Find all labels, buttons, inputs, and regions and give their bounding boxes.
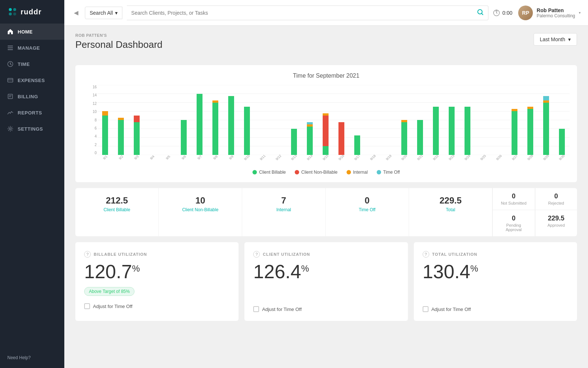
sidebar-item-home[interactable]: HOME	[0, 24, 64, 40]
sidebar-item-settings[interactable]: SETTINGS	[0, 121, 64, 137]
bar-segment	[354, 135, 360, 155]
client-help-icon[interactable]: ?	[253, 251, 260, 258]
manage-icon	[7, 45, 13, 51]
search-input[interactable]	[127, 7, 473, 19]
x-label-4: 9/5	[160, 156, 176, 159]
need-help-link[interactable]: Need Help?	[7, 355, 31, 360]
collapse-button[interactable]: ◀	[72, 8, 80, 17]
search-type-label: Search All	[90, 10, 113, 16]
bar-stack-8	[228, 85, 234, 155]
total-help-icon[interactable]: ?	[423, 251, 429, 258]
total-util-label: TOTAL UTILIZATION	[432, 252, 477, 256]
header-right: 0:00 RP Rob Patten Palermo Consulting ▾	[493, 6, 581, 20]
bar-group-8	[223, 85, 239, 155]
stat-client-billable: 212.5 Client Billable	[75, 188, 159, 236]
bar-segment	[212, 103, 218, 155]
bar-group-14	[318, 85, 333, 155]
x-label-9: 9/10	[239, 156, 255, 159]
total-adjust-label: Adjust for Time Off	[431, 307, 471, 312]
bar-segment	[291, 129, 297, 155]
legend-dot-timeoff	[377, 170, 381, 174]
user-menu[interactable]: RP Rob Patten Palermo Consulting ▾	[518, 6, 581, 20]
bar-segment	[449, 107, 455, 155]
bar-group-16	[349, 85, 365, 155]
bar-segment	[118, 120, 124, 155]
legend-dot-billable	[252, 170, 257, 174]
timer-icon	[493, 9, 500, 17]
y-axis: 16 14 12 10 8 6 4 2 0	[83, 85, 97, 155]
billable-utilization-card: ? BILLABLE UTILIZATION 120.7% Above Targ…	[75, 242, 239, 321]
bar-group-0	[97, 85, 113, 155]
billable-util-label: BILLABLE UTILIZATION	[94, 252, 147, 256]
settings-icon	[7, 126, 13, 132]
svg-rect-4	[8, 46, 13, 46]
bar-group-1	[113, 85, 129, 155]
sidebar-item-manage-label: MANAGE	[18, 45, 40, 51]
total-util-header: ? TOTAL UTILIZATION	[423, 251, 568, 258]
x-label-18: 9/19	[381, 156, 396, 159]
x-label-2: 9/3	[129, 156, 144, 159]
search-type-dropdown[interactable]: Search All ▾	[85, 7, 122, 19]
stat-total: 229.5 Total	[409, 188, 492, 236]
stat-total-value: 229.5	[416, 195, 485, 206]
x-label-5: 9/6	[176, 156, 191, 159]
x-axis-labels: 9/19/29/39/49/59/69/79/89/99/109/119/129…	[97, 156, 570, 166]
stat-approved-label: Approved	[541, 223, 571, 227]
bar-stack-14	[323, 85, 329, 155]
bar-group-11	[270, 85, 286, 155]
bar-segment	[244, 107, 250, 155]
bar-group-27	[523, 85, 538, 155]
sidebar-item-manage[interactable]: MANAGE	[0, 40, 64, 56]
chart-legend: Client Billable Client Non-Billable Inte…	[83, 170, 570, 175]
y-label-12: 12	[83, 102, 97, 106]
stat-pending-label: Pending Approval	[499, 223, 529, 232]
bar-stack-16	[354, 85, 360, 155]
sidebar-item-expenses[interactable]: EXPENSES	[0, 72, 64, 88]
search-button[interactable]	[473, 6, 488, 20]
x-label-16: 9/17	[349, 156, 365, 159]
bar-segment	[228, 96, 234, 155]
bar-stack-7	[212, 85, 218, 155]
stat-not-submitted-value: 0	[499, 192, 529, 200]
bar-stack-9	[244, 85, 250, 155]
y-label-16: 16	[83, 85, 97, 89]
total-badge-spacer	[423, 287, 568, 299]
sidebar-item-time[interactable]: TIME	[0, 56, 64, 72]
billable-target-badge: Above Target of 85%	[84, 287, 135, 296]
bar-stack-29	[559, 85, 565, 155]
svg-rect-8	[8, 78, 13, 82]
client-util-label: CLIENT UTILIZATION	[263, 252, 310, 256]
total-util-value: 130.4%	[423, 262, 568, 281]
client-adjust-checkbox[interactable]	[253, 306, 259, 312]
stat-rejected: 0 Rejected	[535, 188, 577, 210]
total-adjust-checkbox[interactable]	[423, 306, 429, 312]
client-util-value: 126.4%	[253, 262, 399, 281]
sidebar-item-billing[interactable]: BILLING	[0, 88, 64, 105]
stat-approved: 229.5 Approved	[535, 210, 577, 236]
bar-stack-12	[291, 85, 297, 155]
bar-stack-1	[118, 85, 124, 155]
period-dropdown[interactable]: Last Month ▾	[534, 33, 577, 46]
stat-client-billable-value: 212.5	[83, 195, 151, 206]
x-label-23: 9/24	[460, 156, 475, 159]
bar-group-23	[460, 85, 475, 155]
bar-group-18	[381, 85, 396, 155]
bar-group-2	[129, 85, 144, 155]
sidebar-item-reports[interactable]: REPORTS	[0, 105, 64, 121]
y-label-0: 0	[83, 151, 97, 155]
home-icon	[7, 29, 13, 35]
bar-segment	[134, 122, 140, 155]
reports-icon	[7, 110, 13, 116]
bar-stack-0	[102, 85, 108, 155]
y-label-14: 14	[83, 93, 97, 97]
bar-group-25	[491, 85, 506, 155]
bar-segment	[543, 103, 549, 155]
billable-adjust-checkbox[interactable]	[84, 303, 90, 309]
bar-segment	[102, 116, 108, 155]
sidebar-item-home-label: HOME	[18, 29, 33, 35]
bar-segment	[401, 122, 407, 155]
stat-not-submitted-label: Not Submitted	[499, 201, 529, 205]
bar-segment	[512, 111, 517, 155]
billable-help-icon[interactable]: ?	[84, 251, 91, 258]
client-badge-spacer	[253, 287, 399, 299]
